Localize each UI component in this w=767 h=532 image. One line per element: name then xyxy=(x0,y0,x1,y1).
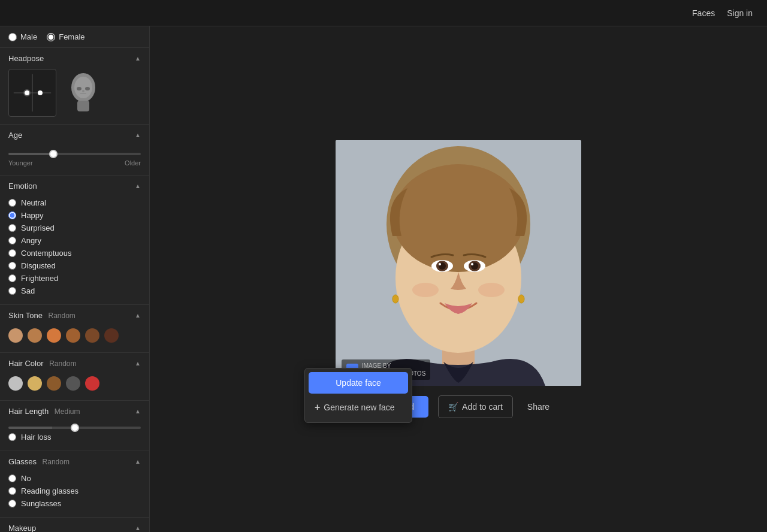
headpose-title: Headpose xyxy=(8,54,44,63)
hair-color-title-group: Hair Color Random xyxy=(8,359,77,368)
emotion-frightened-label: Frightened xyxy=(21,274,58,283)
nav-faces[interactable]: Faces xyxy=(692,8,715,18)
emotion-angry[interactable]: Angry xyxy=(8,234,141,247)
hair-swatch-3[interactable] xyxy=(47,376,61,391)
face-svg xyxy=(336,140,581,386)
headpose-dot-inner xyxy=(38,90,43,95)
emotion-frightened-radio[interactable] xyxy=(8,274,16,282)
gender-male-radio[interactable] xyxy=(8,33,17,41)
gender-male-label[interactable]: Male xyxy=(8,32,37,41)
emotion-section: Emotion ▲ Neutral Happy Surprised xyxy=(0,176,149,305)
emotion-frightened[interactable]: Frightened xyxy=(8,272,141,285)
emotion-happy[interactable]: Happy xyxy=(8,209,141,222)
skin-swatch-5[interactable] xyxy=(85,328,99,343)
skin-swatch-3[interactable] xyxy=(47,328,61,343)
headpose-svg xyxy=(9,69,56,116)
hair-length-title-group: Hair Length Medium xyxy=(8,407,80,416)
glasses-reading[interactable]: Reading glasses xyxy=(8,485,141,497)
hair-loss-row: Hair loss xyxy=(8,431,141,443)
emotion-contemptuous[interactable]: Contemptuous xyxy=(8,247,141,259)
skin-swatch-1[interactable] xyxy=(8,328,23,343)
emotion-neutral-label: Neutral xyxy=(21,198,46,207)
svg-point-17 xyxy=(439,263,441,265)
emotion-header[interactable]: Emotion ▲ xyxy=(0,176,149,197)
emotion-neutral[interactable]: Neutral xyxy=(8,197,141,209)
skin-tone-header[interactable]: Skin Tone Random ▲ xyxy=(0,305,149,326)
emotion-contemptuous-label: Contemptuous xyxy=(21,249,72,258)
update-face-button[interactable]: Update face xyxy=(309,372,408,394)
age-labels: Younger Older xyxy=(8,159,141,167)
skin-tone-chevron: ▲ xyxy=(135,312,141,319)
gender-female-radio[interactable] xyxy=(47,33,55,41)
glasses-sunglasses-radio[interactable] xyxy=(8,500,16,507)
emotion-surprised-label: Surprised xyxy=(21,223,55,232)
glasses-reading-radio[interactable] xyxy=(8,487,16,495)
glasses-no-label: No xyxy=(21,474,31,483)
headpose-dot-outer xyxy=(23,89,31,96)
emotion-happy-radio[interactable] xyxy=(8,211,16,219)
glasses-title-group: Glasses Random xyxy=(8,457,70,466)
skin-swatch-4[interactable] xyxy=(66,328,80,343)
emotion-angry-radio[interactable] xyxy=(8,237,16,244)
age-section: Age ▲ Younger Older xyxy=(0,125,149,176)
makeup-title: Makeup xyxy=(8,524,36,532)
hair-length-header[interactable]: Hair Length Medium ▲ xyxy=(0,401,149,422)
hair-swatch-1[interactable] xyxy=(8,376,23,391)
hair-loss-radio[interactable] xyxy=(8,433,16,441)
svg-point-5 xyxy=(77,87,81,90)
headpose-grid xyxy=(8,69,141,117)
glasses-no-radio[interactable] xyxy=(8,474,16,482)
add-to-cart-button[interactable]: 🛒 Add to cart xyxy=(438,395,513,418)
skin-swatch-6[interactable] xyxy=(104,328,119,343)
emotion-neutral-radio[interactable] xyxy=(8,199,16,207)
skin-tone-title-group: Skin Tone Random xyxy=(8,311,76,320)
skin-tone-swatches xyxy=(8,326,141,345)
generate-new-face-button[interactable]: + Generate new face xyxy=(309,396,408,419)
gender-male-text: Male xyxy=(20,32,37,41)
hair-color-subtitle: Random xyxy=(49,359,76,368)
glasses-title: Glasses xyxy=(8,457,37,466)
skin-swatch-2[interactable] xyxy=(28,328,42,343)
emotion-disgusted[interactable]: Disgusted xyxy=(8,259,141,272)
emotion-sad[interactable]: Sad xyxy=(8,285,141,297)
generate-face-label: Generate new face xyxy=(324,403,394,412)
svg-point-13 xyxy=(392,164,524,272)
emotion-sad-label: Sad xyxy=(21,286,35,295)
glasses-header[interactable]: Glasses Random ▲ xyxy=(0,451,149,472)
glasses-body: No Reading glasses Sunglasses xyxy=(0,472,149,517)
hair-color-swatches xyxy=(8,374,141,393)
share-button[interactable]: Share xyxy=(523,396,554,418)
skin-tone-section: Skin Tone Random ▲ xyxy=(0,305,149,353)
svg-point-25 xyxy=(518,295,524,303)
makeup-chevron: ▲ xyxy=(135,525,141,531)
gender-female-label[interactable]: Female xyxy=(47,32,84,41)
hair-swatch-2[interactable] xyxy=(28,376,42,391)
sidebar: Male Female Headpose ▲ xyxy=(0,26,150,532)
hair-swatch-4[interactable] xyxy=(66,376,80,391)
svg-point-6 xyxy=(85,87,90,90)
emotion-sad-radio[interactable] xyxy=(8,287,16,295)
emotion-contemptuous-radio[interactable] xyxy=(8,249,16,257)
headpose-chevron: ▲ xyxy=(135,55,141,62)
emotion-disgusted-label: Disgusted xyxy=(21,261,56,270)
makeup-header[interactable]: Makeup ▲ xyxy=(0,518,149,532)
topnav: Faces Sign in xyxy=(0,0,767,26)
emotion-surprised-radio[interactable] xyxy=(8,224,16,232)
nav-signin[interactable]: Sign in xyxy=(727,8,753,18)
glasses-no[interactable]: No xyxy=(8,472,141,485)
emotion-surprised[interactable]: Surprised xyxy=(8,222,141,234)
dropdown-popup: Update face + Generate new face xyxy=(304,368,412,423)
glasses-sunglasses[interactable]: Sunglasses xyxy=(8,497,141,510)
svg-point-23 xyxy=(478,283,505,297)
headpose-widget[interactable] xyxy=(8,69,56,117)
age-slider[interactable] xyxy=(8,153,141,155)
hair-length-subtitle: Medium xyxy=(55,407,80,416)
emotion-disgusted-radio[interactable] xyxy=(8,262,16,270)
hair-color-header[interactable]: Hair Color Random ▲ xyxy=(0,353,149,374)
hair-color-title: Hair Color xyxy=(8,359,44,368)
main-content: Update face + Generate new face xyxy=(150,26,767,532)
hair-swatch-5[interactable] xyxy=(85,376,99,391)
headpose-header[interactable]: Headpose ▲ xyxy=(0,48,149,69)
age-header[interactable]: Age ▲ xyxy=(0,125,149,146)
hair-length-slider[interactable] xyxy=(8,427,141,429)
